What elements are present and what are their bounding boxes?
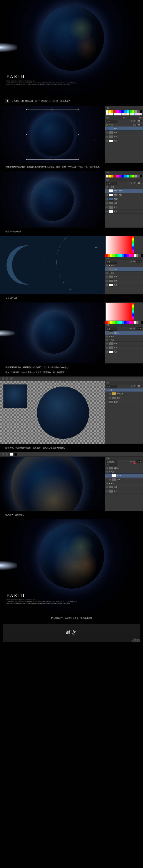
opacity-input[interactable]: 100% xyxy=(137,385,142,387)
hue-slider[interactable] xyxy=(132,236,134,254)
color-picker-field[interactable] xyxy=(106,236,132,254)
blend-mode-select[interactable]: 正常 xyxy=(106,261,117,264)
blend-mode-select[interactable]: 正常 xyxy=(106,182,117,185)
caption-5: 回去地球智能对象。贴图材质 此处 使用了一张轨道的记线图day Map.jpg … xyxy=(0,364,143,376)
ps-screenshot-2: 色板 图层 正常 不透明度: 100% ▸ 背光 椭圆 1 拷贝 2 椭圆 1 … xyxy=(0,171,143,227)
layers-tab[interactable]: 图层 xyxy=(106,324,110,327)
tool-icon[interactable] xyxy=(1,453,4,456)
layer-row[interactable]: 背景 xyxy=(105,210,143,214)
ps-panels-6: ➔ 图层 线性减淡(添加) 不透明度: 100% 太阳光 ▾ 高光 城市光 形状… xyxy=(105,457,143,511)
layer-row[interactable]: 椭圆 1 拷贝 2 xyxy=(105,189,143,193)
layer-row[interactable]: 形状 1 xyxy=(105,478,143,482)
layers-tab[interactable]: 图层 xyxy=(106,457,110,460)
earth-render-top xyxy=(39,5,104,71)
watermark: fevte.com 飞特教程网 xyxy=(0,638,143,642)
layer-name: 星空 xyxy=(114,136,117,138)
blend-mode-select[interactable]: 正常 xyxy=(106,120,117,123)
layer-row[interactable]: ▾ 高光 xyxy=(105,470,143,474)
layer-row[interactable]: 地球 xyxy=(105,131,143,135)
layer-row[interactable]: 星空 xyxy=(105,346,143,350)
tool-icon[interactable] xyxy=(6,377,9,380)
layers-tab[interactable]: 图层 xyxy=(106,257,110,259)
layer-row[interactable]: 背景 xyxy=(105,283,143,287)
layer-row[interactable]: 地球 xyxy=(105,201,143,205)
mini-swatches[interactable] xyxy=(105,321,143,323)
fill-input[interactable]: 100% xyxy=(137,124,142,126)
swatches-tab[interactable]: 色板 xyxy=(106,172,110,174)
step-number: 5 xyxy=(5,99,9,103)
caption-4: 加入太阳光线 xyxy=(0,294,143,303)
tool-icon[interactable] xyxy=(6,453,9,456)
layer-row[interactable]: ▸ 高光 xyxy=(105,335,143,338)
layer-row[interactable]: 太阳光 xyxy=(105,466,143,470)
layer-row[interactable]: 地球 xyxy=(105,485,143,489)
tool-icon[interactable] xyxy=(1,377,4,380)
mini-swatches[interactable] xyxy=(105,254,143,257)
opacity-input[interactable]: 100% xyxy=(137,182,142,184)
earth-sphere xyxy=(37,386,89,439)
layer-row[interactable]: 图层 1 xyxy=(105,396,143,400)
layer-row[interactable]: ▸ 背光 xyxy=(105,272,143,275)
hero-subline-2: THE FIRST RECREATE IN THE SOLAR SYSTEM. … xyxy=(6,84,70,86)
hero-bottom: EARTH FROM NOTHING. THE FIRST ACCOMPLISH… xyxy=(0,519,143,613)
swatches-tab[interactable]: 色板 xyxy=(106,107,110,109)
layer-row[interactable]: 图层 0 xyxy=(105,400,143,404)
opacity-input[interactable]: 100% xyxy=(137,120,142,122)
layer-row[interactable]: 星空 xyxy=(105,205,143,210)
hero-title: EARTH xyxy=(6,74,25,79)
sun-flare xyxy=(0,561,17,570)
color-swatch-white[interactable] xyxy=(10,453,13,456)
ps-screenshot-1: 色板 图层 通道 路径 正常 不透明度: 100% 🔒 ▫ ✚ 🔒 填充: 10… xyxy=(0,106,143,163)
texture-thumb xyxy=(3,384,27,408)
footer-question: 那么问题来了，地球可以这么做，那么其他的呢 xyxy=(0,613,143,624)
layer-row[interactable]: ▸ 背光 xyxy=(105,338,143,342)
caption-7: 输入文字，完成制作。 xyxy=(0,511,143,519)
layer-row[interactable]: 太阳光 xyxy=(105,331,143,335)
paths-tab[interactable]: 路径 xyxy=(139,117,142,119)
layer-row[interactable]: 颜色填充 1 xyxy=(105,392,143,396)
layer-row[interactable]: ▾ 高光 xyxy=(105,264,143,268)
opacity-label: 不透明度: xyxy=(130,120,136,122)
channels-tab[interactable]: 通道 xyxy=(122,117,126,119)
layer-name: 背景 xyxy=(114,140,117,142)
fill-label: 填充: xyxy=(133,124,136,126)
blend-mode-select[interactable]: 线性减淡(添加) xyxy=(106,461,117,466)
ps-canvas-6 xyxy=(0,457,105,511)
layer-row[interactable]: 椭圆 1 xyxy=(105,197,143,201)
layer-row[interactable]: 星空 xyxy=(105,135,143,139)
opacity-input[interactable]: 100% xyxy=(137,460,142,463)
layers-tab[interactable]: 图层 xyxy=(106,382,110,384)
anchor-points: ● ● ● xyxy=(95,247,99,248)
layer-row[interactable]: 地球 xyxy=(105,275,143,279)
blend-mode-select[interactable]: 滤色 xyxy=(106,328,117,331)
color-picker-field[interactable] xyxy=(106,303,132,320)
layer-row[interactable]: 背景 xyxy=(105,350,143,354)
color-swatch-black[interactable] xyxy=(14,453,17,456)
hue-slider[interactable] xyxy=(132,303,134,320)
layer-row[interactable]: ▸ 背光 xyxy=(105,482,143,485)
ps-panels-3: 图层 正常 不透明度: 100% ▾ 高光 形状 1 ▸ 背光 地球 星空 背景 xyxy=(105,236,143,294)
transform-box[interactable] xyxy=(26,110,78,160)
layer-row[interactable]: ▾ 组 1 xyxy=(105,389,143,392)
layer-row[interactable]: 城市光 xyxy=(105,474,143,478)
layer-row[interactable]: ▸ 背光 xyxy=(105,186,143,189)
opacity-input[interactable]: 100% xyxy=(137,260,142,263)
tool-icon[interactable] xyxy=(10,377,13,380)
blend-mode-select[interactable]: 正常 xyxy=(106,385,117,388)
layer-row[interactable]: 椭圆 1 拷贝 xyxy=(105,193,143,197)
swatches-grid[interactable] xyxy=(105,110,143,116)
layer-row[interactable]: 形状 1 xyxy=(105,268,143,272)
swatches-grid[interactable] xyxy=(105,175,143,178)
ps-screenshot-5: 图层 正常 不透明度: 100% ▾ 组 1 颜色填充 1 图层 1 图层 0 xyxy=(0,376,143,444)
layers-tab[interactable]: 图层 xyxy=(106,117,110,119)
layers-tab[interactable]: 图层 xyxy=(106,179,110,181)
hero-top: EARTH FROM NOTHING. THE FIRST ACCOMPLISH… xyxy=(0,0,143,96)
layer-row[interactable]: 地球 xyxy=(105,342,143,346)
layer-row[interactable]: 星空 xyxy=(105,279,143,283)
hero-subline-1: EARTH FROM NOTHING THE PLANET APART FROM… xyxy=(6,82,77,84)
layer-row[interactable]: 星空 xyxy=(105,489,143,493)
layer-row[interactable]: 背景 xyxy=(105,139,143,143)
layer-row[interactable]: 椭圆 1 xyxy=(105,126,143,131)
hero-subtitle: FROM NOTHING. THE FIRST ACCOMPLISHING EA… xyxy=(6,599,77,605)
opacity-input[interactable]: 100% xyxy=(137,327,142,330)
